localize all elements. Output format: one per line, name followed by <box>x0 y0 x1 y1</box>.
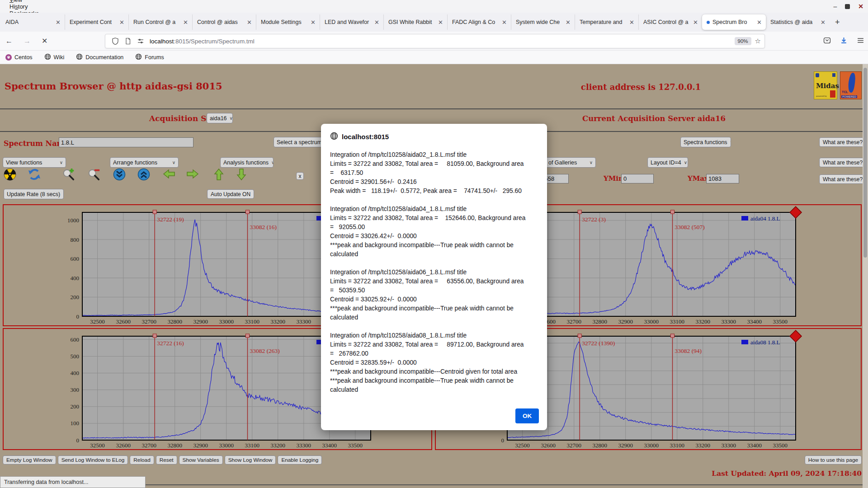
arrow-up-icon[interactable] <box>212 168 225 181</box>
bookmark-forums[interactable]: Forums <box>135 53 164 61</box>
what-are-these-button[interactable]: What are these? <box>819 174 866 184</box>
auto-update-button[interactable]: Auto Update ON <box>207 189 254 199</box>
bookmark-wiki[interactable]: Wiki <box>44 53 65 61</box>
tab-close-icon[interactable]: ✕ <box>819 19 827 26</box>
tab-asic-control-a[interactable]: ASIC Control @ a✕ <box>638 14 702 30</box>
radiation-icon[interactable] <box>4 168 16 181</box>
arrow-left-icon[interactable] <box>163 168 175 181</box>
tab-led-and-wavefor[interactable]: LED and Wavefor✕ <box>320 14 383 30</box>
shield-icon[interactable] <box>112 38 119 45</box>
arrow-right-icon[interactable] <box>186 168 199 181</box>
scrollbar-thumb[interactable] <box>863 68 867 258</box>
tab-close-icon[interactable]: ✕ <box>500 19 508 26</box>
ymin-input[interactable] <box>621 174 654 183</box>
enable-logging-button[interactable]: Enable Logging <box>278 455 322 465</box>
what-are-these-button[interactable]: What are these? <box>819 158 866 167</box>
spectrum-name-input[interactable] <box>59 137 193 147</box>
svg-text:aida08 1.8.L: aida08 1.8.L <box>750 339 780 346</box>
tab-system-wide-che[interactable]: System wide Che✕ <box>511 14 575 30</box>
url-bar[interactable]: localhost:8015/Spectrum/Spectrum.tml 90%… <box>105 34 765 48</box>
show-variables-button[interactable]: Show Variables <box>179 455 223 465</box>
svg-text:800: 800 <box>71 236 80 243</box>
send-log-window-to-elog-button[interactable]: Send Log Window to ELog <box>58 455 128 465</box>
scrollbar[interactable] <box>863 64 868 488</box>
tab-close-icon[interactable]: ✕ <box>309 19 317 26</box>
new-tab-button[interactable]: + <box>830 18 845 27</box>
zoom-out-icon[interactable] <box>88 168 100 181</box>
zoom-level-badge[interactable]: 90% <box>735 37 751 45</box>
acquisition-server-select[interactable]: aida16∨ <box>207 113 233 123</box>
tab-close-icon[interactable]: ✕ <box>182 19 189 26</box>
refresh-icon[interactable] <box>28 168 41 181</box>
view-functions-select[interactable]: View functions∨ <box>3 157 66 168</box>
tab-close-icon[interactable]: ✕ <box>373 19 381 26</box>
zoom-in-icon[interactable] <box>62 168 75 181</box>
compress-vertical-icon[interactable] <box>113 168 126 181</box>
bookmark-documentation[interactable]: Documentation <box>76 53 123 61</box>
stop-icon[interactable]: ✕ <box>36 37 53 45</box>
tab-close-icon[interactable]: ✕ <box>564 19 572 26</box>
tab-close-icon[interactable]: ✕ <box>692 19 699 26</box>
tab-close-icon[interactable]: ✕ <box>628 19 636 26</box>
arrange-functions-select[interactable]: Arrange functions∨ <box>110 157 179 168</box>
arrow-down-icon[interactable] <box>235 168 248 181</box>
tab-aida[interactable]: AIDA✕ <box>1 14 65 30</box>
dialog-text-line: Limits = 32722 and 33082, Total area = 1… <box>330 214 538 223</box>
centos-icon: ✾ <box>5 54 12 61</box>
permissions-icon[interactable] <box>137 38 144 45</box>
minimize-icon[interactable]: – <box>833 3 837 9</box>
maximize-icon[interactable] <box>845 4 850 9</box>
tab-statistics-aida[interactable]: Statistics @ aida✕ <box>766 14 830 30</box>
close-icon[interactable]: ✕ <box>858 3 863 9</box>
svg-text:600: 600 <box>71 336 80 343</box>
tab-close-icon[interactable]: ✕ <box>437 19 444 26</box>
bookmark-centos[interactable]: ✾Centos <box>5 54 33 61</box>
svg-text:33000: 33000 <box>644 318 659 325</box>
tab-run-control-a[interactable]: Run Control @ a✕ <box>128 14 192 30</box>
tab-temperature-and[interactable]: Temperature and✕ <box>575 14 638 30</box>
screen: FileEditViewHistoryBookmarksToolsHelp – … <box>0 0 868 488</box>
forward-icon[interactable]: → <box>18 37 36 45</box>
dialog-text-line: Peak width = 118.19+/- 0.5772, Peak area… <box>330 187 538 196</box>
reset-button[interactable]: Reset <box>156 455 177 465</box>
expand-vertical-icon[interactable] <box>137 168 150 181</box>
bookmark-star-icon[interactable]: ☆ <box>755 37 761 45</box>
ok-button[interactable]: OK <box>515 408 539 423</box>
window-controls: – ✕ <box>833 0 863 13</box>
menu-history[interactable]: History <box>5 3 44 10</box>
tab-experiment-cont[interactable]: Experiment Cont✕ <box>65 14 128 30</box>
empty-log-window-button[interactable]: Empty Log Window <box>3 455 56 465</box>
svg-text:33200: 33200 <box>270 318 285 325</box>
layout-id-select[interactable]: Layout ID=4∨ <box>647 157 688 168</box>
dialog-text-line: = 267862.00 <box>330 349 538 358</box>
tab-gsi-white-rabbit[interactable]: GSI White Rabbit✕ <box>383 14 447 30</box>
svg-text:33100: 33100 <box>670 442 684 449</box>
log-controls: Empty Log WindowSend Log Window to ELogR… <box>3 455 322 465</box>
tab-close-icon[interactable]: ✕ <box>118 19 126 26</box>
downloads-icon[interactable] <box>840 37 848 46</box>
analysis-functions-select[interactable]: Analysis functions∨ <box>220 157 274 168</box>
svg-text:32900: 32900 <box>618 318 633 325</box>
page-info-icon[interactable] <box>124 38 132 45</box>
tab-fadc-align-co[interactable]: FADC Align & Co✕ <box>447 14 511 30</box>
tab-spectrum-bro[interactable]: Spectrum Bro✕ <box>702 14 766 30</box>
how-to-use-button[interactable]: How to use this page <box>805 455 862 465</box>
dialog-text-line: ***peak and background incompatible---Ce… <box>330 367 538 376</box>
hamburger-menu-icon[interactable] <box>857 37 864 46</box>
pocket-icon[interactable] <box>823 37 831 46</box>
tab-close-icon[interactable]: ✕ <box>54 19 62 26</box>
svg-text:600: 600 <box>71 255 80 262</box>
tab-module-settings[interactable]: Module Settings✕ <box>256 14 320 30</box>
tab-close-icon[interactable]: ✕ <box>245 19 253 26</box>
url-text[interactable]: localhost:8015/Spectrum/Spectrum.tml <box>150 38 735 45</box>
back-icon[interactable]: ← <box>0 37 18 45</box>
what-are-these-button[interactable]: What are these? <box>819 137 866 147</box>
tab-control-aidas[interactable]: Control @ aidas✕ <box>192 14 256 30</box>
reload-button[interactable]: Reload <box>130 455 154 465</box>
update-rate-select[interactable]: Update Rate (8 secs)∨ <box>4 189 64 199</box>
x-button[interactable]: x <box>296 172 304 180</box>
ymax-input[interactable] <box>706 174 739 183</box>
spectra-functions-select[interactable]: Spectra functions∨ <box>680 137 731 147</box>
tab-close-icon[interactable]: ✕ <box>755 19 763 26</box>
show-log-window-button[interactable]: Show Log Window <box>225 455 276 465</box>
